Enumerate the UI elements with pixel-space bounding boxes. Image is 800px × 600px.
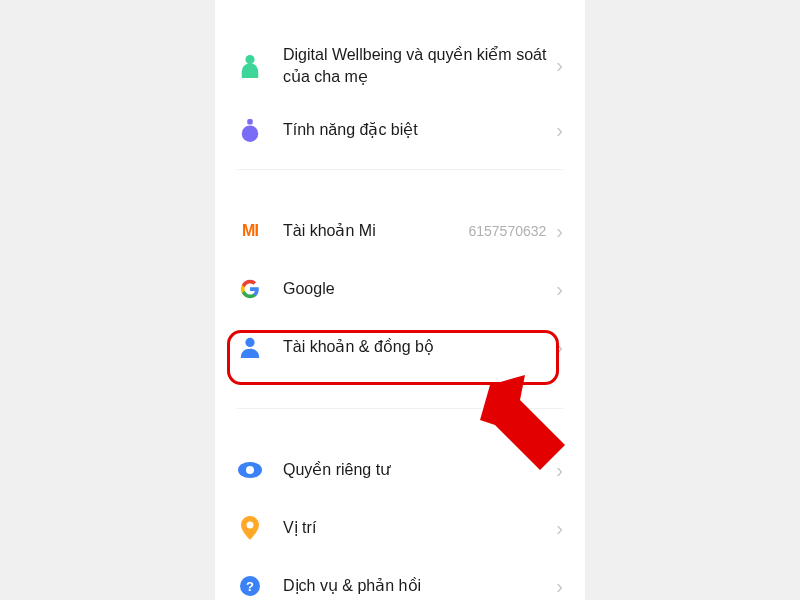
mi-icon: MI [237,218,263,244]
divider [237,169,563,170]
eye-icon [237,457,263,483]
settings-item-google[interactable]: Google › [215,260,585,318]
item-label: Tài khoản & đồng bộ [283,336,556,358]
chevron-right-icon: › [556,220,563,243]
item-value: 6157570632 [468,223,546,239]
settings-list: Digital Wellbeing và quyền kiểm soát của… [215,0,585,600]
item-label: Quyền riêng tư [283,459,556,481]
svg-point-2 [242,126,259,143]
section-gap [215,376,585,398]
item-label: Digital Wellbeing và quyền kiểm soát của… [283,44,556,87]
chevron-right-icon: › [556,517,563,540]
chevron-right-icon: › [556,119,563,142]
settings-item-wellbeing[interactable]: Digital Wellbeing và quyền kiểm soát của… [215,30,585,101]
item-label: Tài khoản Mi [283,220,468,242]
settings-item-privacy[interactable]: Quyền riêng tư › [215,441,585,499]
section-gap [215,419,585,441]
item-label: Dịch vụ & phản hồi [283,575,556,597]
help-icon: ? [237,573,263,599]
divider [237,408,563,409]
item-label: Tính năng đặc biệt [283,119,556,141]
svg-point-5 [246,466,254,474]
item-label: Google [283,278,556,300]
svg-point-6 [247,522,254,529]
settings-item-feedback[interactable]: ? Dịch vụ & phản hồi › [215,557,585,600]
wellbeing-icon [237,53,263,79]
location-icon [237,515,263,541]
person-icon [237,334,263,360]
settings-item-special[interactable]: Tính năng đặc biệt › [215,101,585,159]
settings-screen: Digital Wellbeing và quyền kiểm soát của… [215,0,585,600]
chevron-right-icon: › [556,459,563,482]
chevron-right-icon: › [556,336,563,359]
potion-icon [237,117,263,143]
item-label: Vị trí [283,517,556,539]
chevron-right-icon: › [556,54,563,77]
settings-item-accounts-sync[interactable]: Tài khoản & đồng bộ › [215,318,585,376]
google-icon [237,276,263,302]
settings-item-mi-account[interactable]: MI Tài khoản Mi 6157570632 › [215,202,585,260]
svg-point-0 [245,55,254,64]
svg-point-3 [245,338,254,347]
chevron-right-icon: › [556,575,563,598]
section-gap [215,180,585,202]
svg-rect-1 [247,119,253,125]
settings-item-location[interactable]: Vị trí › [215,499,585,557]
chevron-right-icon: › [556,278,563,301]
